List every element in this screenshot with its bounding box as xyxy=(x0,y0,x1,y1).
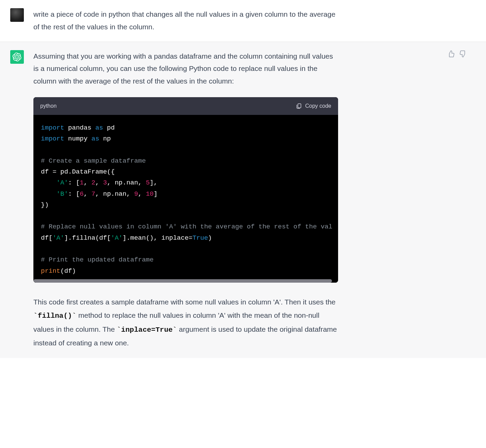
thumbs-up-button[interactable] xyxy=(447,50,455,59)
user-avatar xyxy=(10,8,24,22)
code-header: python Copy code xyxy=(33,97,338,115)
scrollbar-thumb[interactable] xyxy=(33,279,332,283)
code-horizontal-scrollbar[interactable] xyxy=(33,279,338,283)
code-content: import pandas as pd import numpy as np #… xyxy=(41,122,331,277)
user-message-text: write a piece of code in python that cha… xyxy=(33,8,340,33)
openai-logo-icon xyxy=(13,53,21,61)
code-body[interactable]: import pandas as pd import numpy as np #… xyxy=(33,115,338,279)
assistant-avatar xyxy=(10,50,24,64)
user-message-row: write a piece of code in python that cha… xyxy=(0,0,486,42)
inline-code-inplace: `inplace=True` xyxy=(117,326,177,334)
thumbs-down-button[interactable] xyxy=(459,50,467,59)
thumbs-up-icon xyxy=(447,50,455,58)
inline-code-fillna: `fillna()` xyxy=(33,312,76,320)
code-block: python Copy code import pandas as pd imp… xyxy=(33,97,338,283)
code-language-label: python xyxy=(40,101,57,111)
feedback-buttons xyxy=(447,50,467,59)
copy-code-label: Copy code xyxy=(305,101,332,111)
thumbs-down-icon xyxy=(459,50,467,58)
assistant-message-content: Assuming that you are working with a pan… xyxy=(33,50,340,350)
assistant-message-row: Assuming that you are working with a pan… xyxy=(0,42,486,358)
copy-code-button[interactable]: Copy code xyxy=(296,101,332,111)
assistant-outro-text: This code first creates a sample datafra… xyxy=(33,296,340,350)
svg-rect-0 xyxy=(298,104,301,108)
clipboard-icon xyxy=(296,103,302,109)
assistant-intro-text: Assuming that you are working with a pan… xyxy=(33,50,340,88)
